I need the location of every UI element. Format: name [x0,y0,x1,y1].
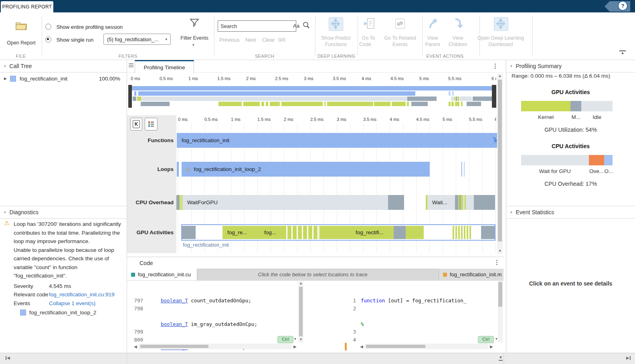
gpu-activities-lane[interactable]: fog_re... fog... fog_rectifi... [181,224,495,241]
call-tree-header[interactable]: ▾ Call Tree [0,60,127,72]
tab-profiling-timeline[interactable]: Profiling Timeline [135,60,194,73]
collapse-caret-icon[interactable]: ▾ [510,64,512,68]
search-next-button[interactable]: Next [245,37,256,43]
open-report-button[interactable]: Open Report [3,18,39,56]
scroll-right-icon[interactable]: ▶ [293,345,297,349]
cpu-overhead-segment[interactable] [455,195,458,210]
timeline-menu-icon[interactable]: ⋮ [492,62,499,70]
gpu-memcpy-segment[interactable] [570,101,581,111]
chevron-down-icon[interactable]: ▾ [495,337,497,341]
search-icon[interactable] [302,21,310,29]
chevron-down-icon[interactable]: ▾ [294,337,296,341]
m-horizontal-scrollbar[interactable] [365,344,488,349]
scroll-left-icon[interactable]: ◀ [134,345,137,349]
scrollbar-thumb[interactable] [366,345,425,348]
tab-profiling-report[interactable]: PROFILING REPORT [1,1,53,12]
gpu-activities-stacked-bar[interactable] [521,101,613,111]
scroll-up-icon[interactable]: ▲ [497,74,503,78]
view-children-button[interactable]: View Children [445,16,471,57]
gpu-kernel-bar[interactable]: fog_re... [222,226,263,239]
kernel-markers-toggle-button[interactable]: K [130,118,142,131]
cpu-activities-stacked-bar[interactable] [521,155,613,165]
expand-caret-icon[interactable]: ▶ [4,76,7,80]
code-menu-icon[interactable]: ⋮ [494,259,500,266]
diagnostics-header[interactable]: ▾ Diagnostics [0,206,127,219]
cu-vertical-scrollbar[interactable]: ▲ ▼ [298,281,303,342]
radio-show-entire-session[interactable]: Show entire profiling session [45,24,123,30]
scroll-up-icon[interactable]: ▲ [298,281,303,286]
warning-icon: ⚠ [4,219,12,227]
radio-show-single-run[interactable]: Show single run [45,36,93,43]
collapse-caret-icon[interactable]: ▾ [4,210,6,214]
scrollbar-thumb[interactable] [498,80,502,241]
cpu-overhead-segment[interactable] [388,195,404,210]
cpu-overhead-segment[interactable] [179,195,181,210]
dock-bottom-icon[interactable]: ▼ [499,356,503,361]
go-to-code-button[interactable]: Go To Code [359,16,378,57]
loop-event-bar[interactable]: ⚠ fog_rectification_init_loop_2 [182,162,430,177]
run-select-dropdown[interactable]: (5) fog_rectification_... ▾ [103,34,171,45]
gpu-kernel-stripes[interactable] [282,226,319,239]
scrollbar-thumb[interactable] [498,282,502,307]
functions-event-bar[interactable]: fog_rectification_init [177,133,501,148]
gpu-event-segment[interactable] [481,226,495,239]
gpu-event-segment[interactable] [394,226,406,239]
open-deep-learning-dashboard-button[interactable]: Open Deep Learning Dashboard [469,16,532,57]
collapse-events-link[interactable]: Collapse 1 event(s) [49,299,95,308]
collapse-caret-icon[interactable]: ▾ [510,210,512,214]
cu-code-area[interactable]: boolean_T count_outdatedOnGpu; boolean_T… [145,281,297,364]
search-clear-button[interactable]: Clear [262,37,275,43]
scroll-left-icon[interactable]: ◀ [360,345,363,349]
overview-right-grip[interactable] [492,85,496,108]
scroll-down-icon[interactable]: ▼ [298,337,303,342]
cpu-overhead-segment[interactable] [474,195,495,210]
scroll-down-icon[interactable]: ▼ [497,249,503,253]
timeline-vertical-scrollbar[interactable]: ▲ ▼ [497,74,503,254]
loop-event-bar-small[interactable] [177,162,179,177]
go-to-related-events-button[interactable]: Go To Related Events [381,16,419,57]
scroll-right-icon[interactable]: ▶ [490,345,493,349]
call-tree-row[interactable]: ▶ fog_rectification_init 100.00% [0,74,127,83]
view-parent-button[interactable]: View Parent [421,16,444,57]
wait-for-gpu-bar[interactable]: WaitForGPU [182,195,393,210]
search-input[interactable] [218,20,296,32]
timeline-overview-band[interactable] [128,85,496,108]
cpu-other-segment[interactable] [604,155,613,165]
gpu-kernel-segment[interactable] [521,101,570,111]
radio-selected-icon[interactable] [45,36,51,42]
dock-left-icon[interactable]: ◀ [6,356,10,360]
tab-m-file[interactable]: fog_rectification_init.m [439,269,504,280]
m-vertical-scrollbar[interactable] [498,281,503,342]
gpu-kernel-stripes[interactable] [453,226,471,239]
radio-icon[interactable] [45,24,51,30]
cpu-overhead-segment[interactable] [466,195,474,210]
gpu-kernel-bar[interactable]: fog_rectifi... [320,226,424,239]
show-predict-functions-button[interactable]: Show Predict Functions [318,16,354,57]
scrollbar-thumb[interactable] [299,287,303,336]
loop-event-tick[interactable] [464,162,465,177]
event-list-toggle-button[interactable] [145,118,158,131]
collapse-caret-icon[interactable]: ▾ [4,64,6,68]
match-case-button[interactable]: Aa [293,23,299,29]
relevant-code-link[interactable]: fog_rectification_init.cu:919 [49,290,115,299]
scrollbar-thumb[interactable] [140,345,208,348]
event-statistics-header[interactable]: ▾ Event Statistics [506,206,635,219]
tab-cu-file[interactable]: fog_rectification_init.cu [127,269,197,280]
cu-horizontal-scrollbar[interactable] [139,344,292,349]
overview-left-grip[interactable] [128,85,132,108]
minimize-ribbon-button[interactable]: ▲ [619,50,626,55]
gpu-event-segment[interactable] [182,226,196,239]
gpu-idle-segment[interactable] [581,101,613,111]
cpu-overhead-segment[interactable] [176,195,179,210]
m-code-area[interactable]: function [out] = fog_rectification_ % % … [358,281,496,364]
loop-event-tick[interactable] [461,162,462,177]
cpu-overhead-segment[interactable] [589,155,605,165]
gpu-event-segment[interactable] [388,226,393,239]
dock-right-icon[interactable]: ▶ [626,356,631,360]
filter-events-button[interactable]: Filter Events ▾ [176,16,212,60]
panel-drag-handle-icon[interactable] [129,62,133,68]
profiling-summary-header[interactable]: ▾ Profiling Summary [506,60,635,72]
help-icon[interactable]: ? [618,1,628,11]
search-previous-button[interactable]: Previous [219,37,240,43]
cpu-wait-segment[interactable] [521,155,589,165]
